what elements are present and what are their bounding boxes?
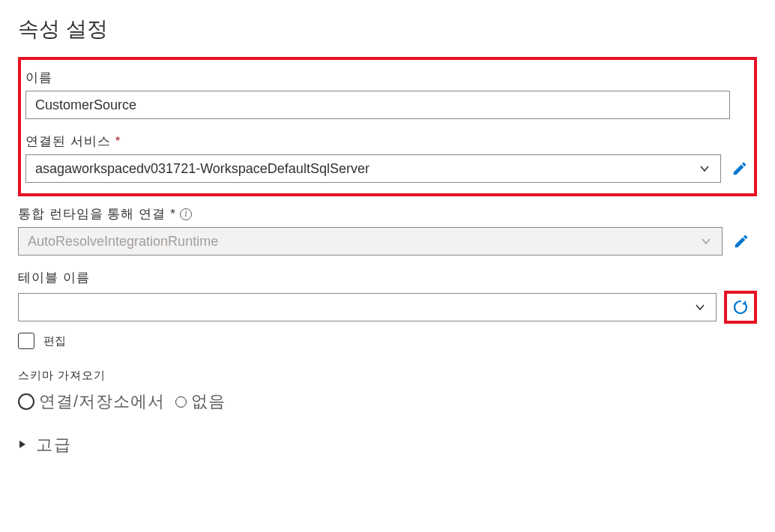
integration-runtime-label: 통합 런타임을 통해 연결 * i [18, 205, 757, 223]
refresh-icon[interactable] [729, 295, 753, 319]
radio-none[interactable] [175, 396, 187, 408]
radio-none-label: 없음 [191, 390, 226, 413]
linked-service-value: asagaworkspacedv031721-WorkspaceDefaultS… [35, 161, 370, 177]
integration-runtime-field-group: 통합 런타임을 통해 연결 * i AutoResolveIntegration… [18, 205, 757, 256]
required-star: * [115, 134, 121, 149]
advanced-toggle[interactable]: 고급 [18, 434, 757, 456]
chevron-down-icon [698, 162, 711, 175]
schema-radio-row: 연결/저장소에서 없음 [18, 390, 757, 413]
name-input[interactable] [25, 91, 730, 119]
linked-service-select[interactable]: asagaworkspacedv031721-WorkspaceDefaultS… [25, 154, 721, 183]
highlighted-properties-box: 이름 연결된 서비스 * asagaworkspacedv031721-Work… [18, 57, 757, 196]
name-label: 이름 [25, 69, 750, 86]
radio-from-connection[interactable] [18, 393, 34, 410]
chevron-down-icon [699, 235, 713, 248]
edit-checkbox-row: 편집 [18, 333, 757, 349]
integration-runtime-value: AutoResolveIntegrationRuntime [28, 234, 218, 250]
table-name-field-group: 테이블 이름 편집 [18, 269, 757, 349]
radio-from-connection-label: 연결/저장소에서 [39, 390, 165, 413]
refresh-highlight-box [724, 291, 757, 324]
schema-import-section: 스키마 가져오기 연결/저장소에서 없음 [18, 369, 757, 413]
schema-import-label: 스키마 가져오기 [18, 369, 757, 383]
name-field-group: 이름 [25, 69, 750, 119]
caret-right-icon [18, 439, 27, 452]
table-name-label: 테이블 이름 [18, 269, 757, 286]
edit-checkbox-label: 편집 [43, 334, 66, 348]
linked-service-field-group: 연결된 서비스 * asagaworkspacedv031721-Workspa… [25, 133, 750, 183]
edit-checkbox[interactable] [18, 333, 34, 349]
edit-integration-runtime-icon[interactable] [732, 232, 751, 251]
page-title: 속성 설정 [18, 15, 757, 43]
integration-runtime-select: AutoResolveIntegrationRuntime [18, 227, 723, 256]
info-icon[interactable]: i [180, 208, 192, 220]
chevron-down-icon [693, 300, 707, 314]
advanced-label: 고급 [36, 434, 72, 456]
table-name-select[interactable] [18, 293, 717, 321]
linked-service-label: 연결된 서비스 * [25, 133, 750, 150]
edit-linked-service-icon[interactable] [730, 159, 750, 178]
